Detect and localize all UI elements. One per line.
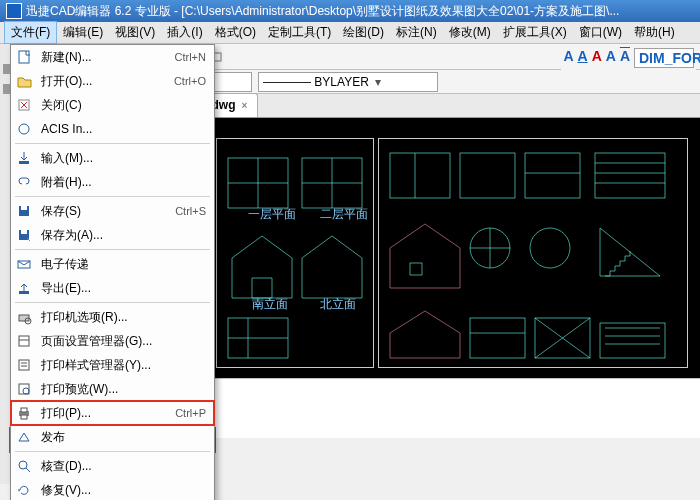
menu-item-4[interactable]: 格式(O) <box>209 22 262 43</box>
file-menu-item-export[interactable]: 导出(E)... <box>11 276 214 300</box>
audit-icon <box>15 457 33 475</box>
svg-rect-43 <box>21 415 27 419</box>
saveas-icon <box>15 226 33 244</box>
popt-icon <box>15 308 33 326</box>
menu-item-label: 新建(N)... <box>41 49 167 66</box>
chevron-down-icon: ▾ <box>373 75 383 89</box>
window-title: 迅捷CAD编辑器 6.2 专业版 - [C:\Users\Administrat… <box>26 0 619 22</box>
file-menu-item-ppreview[interactable]: 打印预览(W)... <box>11 377 214 401</box>
svg-rect-11 <box>390 153 450 198</box>
svg-rect-15 <box>410 263 422 275</box>
text-style-a5[interactable]: A <box>620 48 630 68</box>
menu-item-1[interactable]: 编辑(E) <box>57 22 109 43</box>
menu-item-shortcut: Ctrl+N <box>175 51 206 63</box>
text-style-toolbar: A A A A A DIM_FOR <box>561 46 696 70</box>
menu-item-label: 打印预览(W)... <box>41 381 206 398</box>
menu-item-2[interactable]: 视图(V) <box>109 22 161 43</box>
text-style-a4[interactable]: A <box>606 48 616 68</box>
close-icon[interactable]: × <box>242 100 248 111</box>
menu-item-3[interactable]: 插入(I) <box>161 22 208 43</box>
svg-text:二层平面: 二层平面 <box>320 207 368 221</box>
menu-separator <box>15 249 210 250</box>
publish-icon <box>15 428 33 446</box>
pstyle-icon <box>15 356 33 374</box>
menu-item-shortcut: Ctrl+O <box>174 75 206 87</box>
file-menu-item-psetup[interactable]: 页面设置管理器(G)... <box>11 329 214 353</box>
file-menu-item-new[interactable]: 新建(N)...Ctrl+N <box>11 45 214 69</box>
menu-item-label: 关闭(C) <box>41 97 206 114</box>
svg-rect-34 <box>19 291 29 294</box>
app-icon <box>6 3 22 19</box>
menu-item-11[interactable]: 帮助(H) <box>628 22 681 43</box>
svg-point-27 <box>19 124 29 134</box>
title-bar: 迅捷CAD编辑器 6.2 专业版 - [C:\Users\Administrat… <box>0 0 700 22</box>
file-menu-item-close[interactable]: 关闭(C) <box>11 93 214 117</box>
text-style-a1[interactable]: A <box>563 48 573 68</box>
file-menu-item-import[interactable]: 输入(M)... <box>11 146 214 170</box>
save-icon <box>15 202 33 220</box>
menu-item-label: 打开(O)... <box>41 73 166 90</box>
export-icon <box>15 279 33 297</box>
menu-item-10[interactable]: 窗口(W) <box>573 22 628 43</box>
svg-rect-42 <box>21 408 27 412</box>
menu-separator <box>15 302 210 303</box>
linetype-value: ———— BYLAYER <box>263 75 369 89</box>
dim-style-value: DIM_FOR <box>639 50 700 66</box>
svg-rect-38 <box>19 360 29 370</box>
svg-rect-25 <box>19 51 29 63</box>
file-menu-item-print[interactable]: 打印(P)...Ctrl+P <box>11 401 214 425</box>
print-icon <box>15 404 33 422</box>
svg-text:一层平面: 一层平面 <box>248 207 296 221</box>
svg-rect-14 <box>595 153 665 198</box>
open-icon <box>15 72 33 90</box>
file-menu-item-open[interactable]: 打开(O)...Ctrl+O <box>11 69 214 93</box>
menu-item-label: 核查(D)... <box>41 458 206 475</box>
file-menu-item-attach[interactable]: 附着(H)... <box>11 170 214 194</box>
menu-item-label: 发布 <box>41 429 206 446</box>
menu-item-shortcut: Ctrl+P <box>175 407 206 419</box>
menu-separator <box>15 196 210 197</box>
menu-item-7[interactable]: 标注(N) <box>390 22 443 43</box>
dim-style-combo[interactable]: DIM_FOR <box>634 48 694 68</box>
svg-rect-12 <box>460 153 515 198</box>
text-style-a2[interactable]: A <box>578 48 588 68</box>
menu-item-5[interactable]: 定制工具(T) <box>262 22 337 43</box>
menu-item-label: 打印样式管理器(Y)... <box>41 357 206 374</box>
acis-icon <box>15 120 33 138</box>
close-icon <box>15 96 33 114</box>
menu-item-0[interactable]: 文件(F) <box>4 21 57 44</box>
text-style-a3[interactable]: A <box>592 48 602 68</box>
svg-rect-30 <box>21 206 27 210</box>
menu-item-label: 保存为(A)... <box>41 227 206 244</box>
import-icon <box>15 149 33 167</box>
file-menu-item-popt[interactable]: 打印机选项(R)... <box>11 305 214 329</box>
recover-icon <box>15 481 33 499</box>
file-menu-item-pstyle[interactable]: 打印样式管理器(Y)... <box>11 353 214 377</box>
file-menu-item-recover[interactable]: 修复(V)... <box>11 478 214 500</box>
menu-item-label: 保存(S) <box>41 203 167 220</box>
file-menu-item-audit[interactable]: 核查(D)... <box>11 454 214 478</box>
new-icon <box>15 48 33 66</box>
file-menu-item-saveas[interactable]: 保存为(A)... <box>11 223 214 247</box>
menu-item-9[interactable]: 扩展工具(X) <box>497 22 573 43</box>
menu-item-label: 修复(V)... <box>41 482 206 499</box>
linetype-combo[interactable]: ———— BYLAYER ▾ <box>258 72 438 92</box>
file-menu-item-etrans[interactable]: 电子传递 <box>11 252 214 276</box>
menu-item-label: 导出(E)... <box>41 280 206 297</box>
menu-item-label: ACIS In... <box>41 122 206 136</box>
menu-item-shortcut: Ctrl+S <box>175 205 206 217</box>
menu-item-label: 打印机选项(R)... <box>41 309 206 326</box>
svg-text:北立面: 北立面 <box>320 297 356 311</box>
menu-separator <box>15 451 210 452</box>
file-menu-item-publish[interactable]: 发布 <box>11 425 214 449</box>
menu-item-label: 打印(P)... <box>41 405 167 422</box>
file-menu-item-acis[interactable]: ACIS In... <box>11 117 214 141</box>
menu-item-label: 页面设置管理器(G)... <box>41 333 206 350</box>
etrans-icon <box>15 255 33 273</box>
svg-rect-18 <box>470 318 525 358</box>
menu-bar: 文件(F)编辑(E)视图(V)插入(I)格式(O)定制工具(T)绘图(D)标注(… <box>0 22 700 44</box>
menu-item-8[interactable]: 修改(M) <box>443 22 497 43</box>
file-menu-item-save[interactable]: 保存(S)Ctrl+S <box>11 199 214 223</box>
menu-item-label: 电子传递 <box>41 256 206 273</box>
menu-item-6[interactable]: 绘图(D) <box>337 22 390 43</box>
